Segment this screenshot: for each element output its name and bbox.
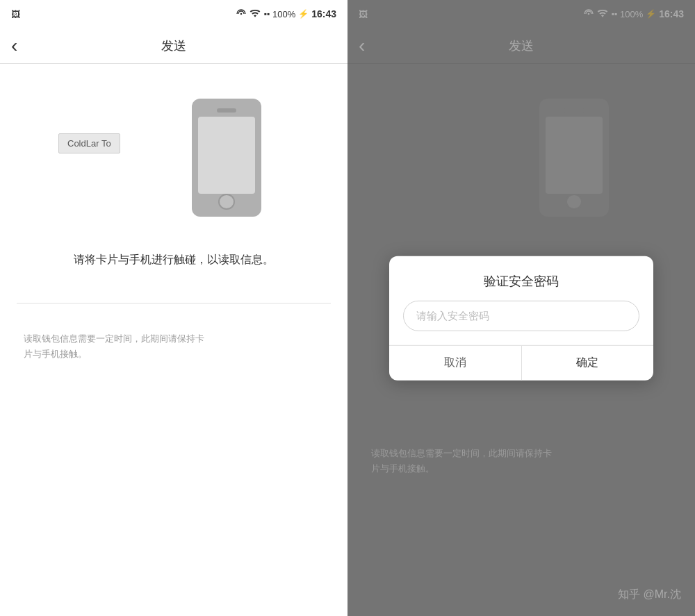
left-status-left: 🖼 bbox=[11, 9, 20, 19]
left-status-right: ▪▪ 100% ⚡ 16:43 bbox=[236, 8, 336, 19]
left-signal-icon: ▪▪ bbox=[263, 9, 270, 19]
dialog-input-wrap bbox=[389, 300, 653, 344]
left-secondary-line2: 片与手机接触。 bbox=[24, 349, 87, 359]
svg-point-0 bbox=[241, 13, 242, 14]
left-divider bbox=[17, 303, 331, 303]
left-phone-home-btn bbox=[218, 194, 235, 210]
left-gallery-icon: 🖼 bbox=[11, 9, 20, 19]
left-illustration: ColdLar To bbox=[17, 92, 331, 231]
left-charging-icon: ⚡ bbox=[298, 9, 309, 19]
left-time: 16:43 bbox=[311, 8, 336, 19]
left-phone-speaker bbox=[217, 108, 236, 113]
left-phone-device-graphic bbox=[192, 99, 261, 217]
left-card-label: ColdLar To bbox=[58, 133, 120, 153]
left-secondary-line1: 读取钱包信息需要一定时间，此期间请保持卡 bbox=[24, 333, 204, 344]
dialog-title: 验证安全密码 bbox=[389, 256, 653, 300]
dialog-confirm-button[interactable]: 确定 bbox=[521, 345, 654, 380]
left-status-bar: 🖼 ▪▪ 100% ⚡ 16:43 bbox=[0, 0, 348, 28]
left-page-title: 发送 bbox=[161, 38, 186, 54]
left-phone-screen bbox=[198, 117, 255, 194]
left-top-bar: ‹ 发送 bbox=[0, 28, 348, 64]
left-battery-text: 100% bbox=[272, 9, 295, 19]
left-secondary-info: 读取钱包信息需要一定时间，此期间请保持卡 片与手机接触。 bbox=[17, 331, 331, 362]
dialog-cancel-button[interactable]: 取消 bbox=[389, 345, 521, 380]
left-nfc-icon bbox=[236, 8, 247, 19]
dialog-actions: 取消 确定 bbox=[389, 344, 653, 380]
left-wifi-icon bbox=[250, 8, 261, 19]
right-panel: 🖼 ▪▪ 100% ⚡ 16:43 ‹ 发送 bbox=[348, 0, 695, 616]
left-panel: 🖼 ▪▪ 100% ⚡ 16:43 ‹ 发送 bbox=[0, 0, 348, 616]
left-content: ColdLar To 请将卡片与手机进行触碰，以读取信息。 读取钱包信息需要一定… bbox=[0, 64, 348, 616]
security-code-dialog: 验证安全密码 取消 确定 bbox=[389, 256, 653, 380]
security-code-input[interactable] bbox=[403, 300, 639, 331]
left-main-instruction: 请将卡片与手机进行触碰，以读取信息。 bbox=[74, 251, 274, 268]
left-back-button[interactable]: ‹ bbox=[11, 35, 17, 57]
